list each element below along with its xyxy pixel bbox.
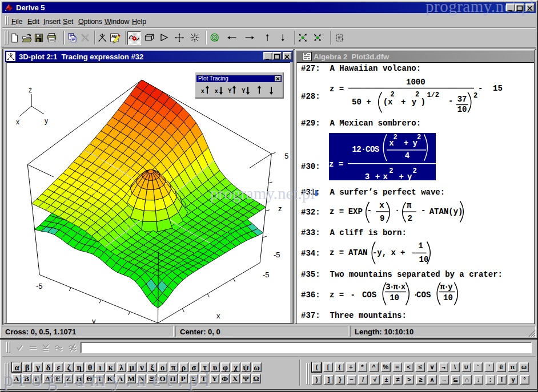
svg-text:9: 9 <box>380 214 384 223</box>
svg-text:z: z <box>29 86 32 94</box>
svg-text:-: - <box>448 96 453 106</box>
svg-text:2: 2 <box>415 91 419 99</box>
svg-text:#30:: #30: <box>301 162 320 171</box>
svg-text:3·π·x: 3·π·x <box>386 282 405 292</box>
svg-text:+: + <box>404 139 408 148</box>
svg-text:2: 2 <box>391 91 395 99</box>
svg-text:ATAN(y): ATAN(y) <box>429 207 463 216</box>
svg-text:2: 2 <box>408 214 412 223</box>
svg-text:#28:: #28: <box>301 92 320 101</box>
svg-text:-: - <box>478 84 483 93</box>
svg-text:Y: Y <box>228 88 232 94</box>
svg-text:x: x <box>16 118 19 126</box>
svg-text:#33:: #33: <box>301 228 320 237</box>
svg-text:·: · <box>395 206 399 215</box>
svg-text:-5: -5 <box>263 270 270 279</box>
svg-text:A Mexican sombrero:: A Mexican sombrero: <box>330 119 421 128</box>
svg-text:10: 10 <box>457 105 467 114</box>
svg-text:z =: z = <box>330 207 344 216</box>
svg-text:x: x <box>216 312 220 320</box>
svg-text:-5: -5 <box>36 282 43 290</box>
svg-text:50 +: 50 + <box>352 98 371 107</box>
svg-text:#32:: #32: <box>301 208 320 217</box>
svg-text:z: z <box>278 204 282 213</box>
svg-text:z =: z = <box>330 248 344 257</box>
svg-text:2: 2 <box>389 167 393 175</box>
svg-text:#34:: #34: <box>301 249 320 258</box>
svg-text:4: 4 <box>405 151 409 160</box>
svg-text:15: 15 <box>493 84 503 93</box>
svg-text:A cliff is born:: A cliff is born: <box>330 228 407 237</box>
svg-text:y: y <box>407 172 412 181</box>
svg-text:+: + <box>401 98 405 107</box>
svg-text:#35:: #35: <box>301 270 320 279</box>
svg-text:12·COS: 12·COS <box>352 145 379 154</box>
svg-text:-y,: -y, <box>372 248 387 257</box>
svg-text:10: 10 <box>419 255 429 264</box>
svg-text:y: y <box>412 98 417 107</box>
svg-text:A Hawaiian volcano:: A Hawaiian volcano: <box>330 64 421 73</box>
svg-text:ATAN: ATAN <box>348 248 368 257</box>
svg-text:π·y: π·y <box>440 282 453 292</box>
svg-text:37: 37 <box>457 95 467 104</box>
svg-text:EXP: EXP <box>348 207 363 216</box>
svg-text:-: - <box>351 290 355 300</box>
svg-text:Y: Y <box>242 88 246 94</box>
svg-text:10: 10 <box>390 293 399 302</box>
svg-text:+: + <box>375 172 380 181</box>
svg-text:AB: AB <box>111 34 117 38</box>
svg-text:COS: COS <box>416 290 431 300</box>
svg-text:y: y <box>45 117 48 125</box>
svg-text:): ) <box>421 98 425 107</box>
svg-text:x: x <box>391 248 396 257</box>
svg-text:#31:: #31: <box>301 188 320 197</box>
svg-text:y: y <box>92 317 96 324</box>
svg-text:x: x <box>201 88 204 94</box>
svg-text:#37:: #37: <box>301 311 320 320</box>
svg-text:1000: 1000 <box>406 78 425 87</box>
svg-text:#27:: #27: <box>301 64 320 73</box>
svg-text:2: 2 <box>473 92 477 100</box>
svg-text:=: = <box>342 38 343 41</box>
svg-text:10: 10 <box>443 293 453 302</box>
svg-text:1: 1 <box>419 241 423 250</box>
svg-text:Two mountains separated by a c: Two mountains separated by a crater: <box>330 270 503 279</box>
svg-text:2: 2 <box>394 134 398 142</box>
svg-text:COS: COS <box>362 290 376 300</box>
svg-text:+: + <box>400 248 405 257</box>
svg-text:A surfer’s perfect wave:: A surfer’s perfect wave: <box>330 188 445 197</box>
svg-text:z =: z = <box>329 160 343 169</box>
svg-text:+: + <box>399 172 404 181</box>
svg-text:#29:: #29: <box>301 119 320 128</box>
svg-text:Three mountains:: Three mountains: <box>330 311 407 320</box>
svg-text:-: - <box>421 206 425 215</box>
svg-text:5: 5 <box>284 152 288 160</box>
svg-text:x: x <box>379 201 384 210</box>
svg-text:z =: z = <box>330 290 344 300</box>
svg-text:-: - <box>367 206 372 215</box>
svg-text:x: x <box>383 172 388 181</box>
svg-text:-5: -5 <box>274 250 280 259</box>
svg-text:2: 2 <box>413 167 417 175</box>
svg-text:π: π <box>407 201 412 210</box>
svg-text:z =: z = <box>330 84 344 94</box>
svg-text:#36:: #36: <box>301 290 320 300</box>
svg-text:(x: (x <box>383 98 393 107</box>
svg-text:2: 2 <box>417 134 421 142</box>
svg-text:3: 3 <box>365 172 370 181</box>
svg-text:x: x <box>215 88 218 94</box>
svg-text:1/2: 1/2 <box>427 91 439 99</box>
